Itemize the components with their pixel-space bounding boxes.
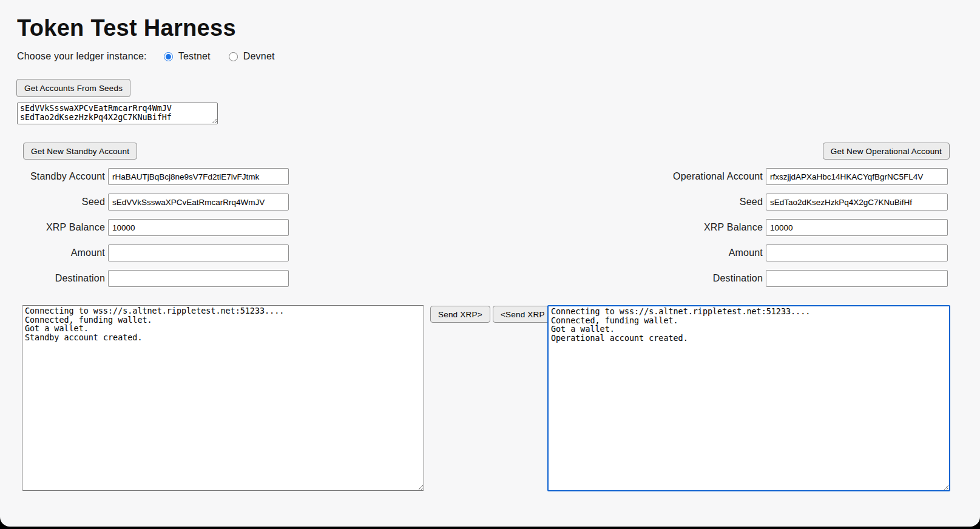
standby-seed-label: Seed [25,197,105,207]
operational-seed-input[interactable] [766,194,948,211]
operational-xrp-balance-input[interactable] [766,219,948,236]
devnet-radio-option: Devnet [229,51,275,62]
operational-destination-row: Destination [654,270,948,287]
standby-seed-input[interactable] [108,194,289,211]
standby-xrp-balance-row: XRP Balance [25,219,289,236]
standby-amount-label: Amount [25,248,105,258]
standby-destination-input[interactable] [108,270,289,287]
operational-account-input[interactable] [766,168,948,185]
standby-destination-label: Destination [25,273,105,284]
standby-xrp-balance-input[interactable] [108,219,289,236]
testnet-radio-label: Testnet [178,51,211,62]
standby-log-textarea[interactable]: Connecting to wss://s.altnet.rippletest.… [22,305,424,491]
operational-xrp-balance-row: XRP Balance [654,219,948,236]
ledger-instance-label: Choose your ledger instance: [17,51,147,62]
operational-amount-row: Amount [654,244,948,261]
operational-amount-label: Amount [654,248,763,258]
devnet-radio[interactable] [229,52,238,61]
standby-amount-input[interactable] [108,244,289,261]
get-new-standby-account-button[interactable]: Get New Standby Account [23,143,137,160]
standby-account-row: Standby Account [25,168,289,185]
app-window: Token Test Harness Choose your ledger in… [0,0,980,527]
ledger-instance-chooser: Choose your ledger instance: Testnet Dev… [17,51,275,62]
operational-account-label: Operational Account [654,171,763,182]
send-xrp-to-standby-button[interactable]: <Send XRP [493,306,553,323]
operational-fields: Operational Account Seed XRP Balance Amo… [654,168,948,287]
devnet-radio-label: Devnet [243,51,275,62]
operational-log-textarea[interactable]: Connecting to wss://s.altnet.rippletest.… [547,305,950,491]
page-title: Token Test Harness [17,15,236,41]
standby-seed-row: Seed [25,194,289,211]
operational-account-row: Operational Account [654,168,948,185]
seeds-textarea[interactable]: sEdVVkSsswaXPCvEatRmcarRrq4WmJV sEdTao2d… [17,103,218,124]
get-accounts-from-seeds-button[interactable]: Get Accounts From Seeds [16,79,130,97]
standby-amount-row: Amount [25,244,289,261]
operational-xrp-balance-label: XRP Balance [654,222,763,233]
operational-destination-input[interactable] [766,270,948,287]
testnet-radio-option: Testnet [164,51,211,62]
standby-fields: Standby Account Seed XRP Balance Amount … [25,168,289,287]
testnet-radio[interactable] [164,52,173,61]
send-xrp-to-operational-button[interactable]: Send XRP> [430,306,490,323]
operational-destination-label: Destination [654,273,763,284]
operational-seed-label: Seed [654,197,763,207]
standby-xrp-balance-label: XRP Balance [25,222,105,233]
get-new-operational-account-button[interactable]: Get New Operational Account [823,143,950,160]
operational-amount-input[interactable] [766,244,948,261]
standby-account-label: Standby Account [25,171,105,182]
operational-seed-row: Seed [654,194,948,211]
standby-account-input[interactable] [108,168,289,185]
standby-destination-row: Destination [25,270,289,287]
